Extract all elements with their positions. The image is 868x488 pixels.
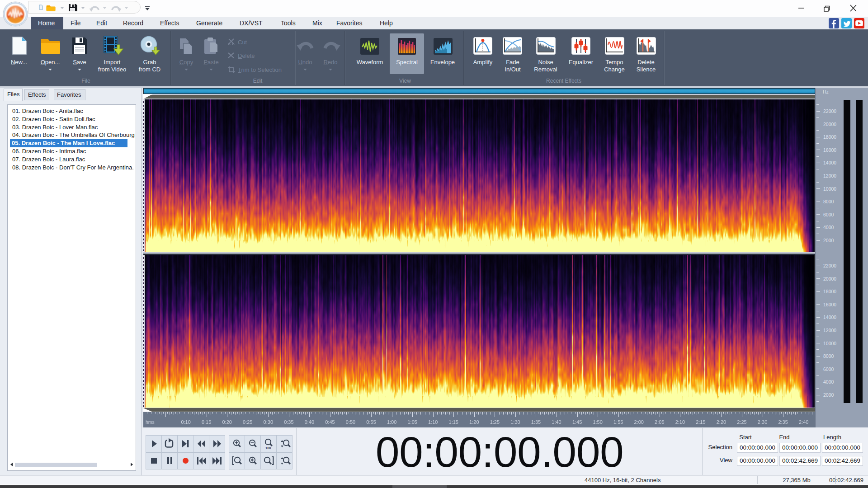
svg-text:100: 100 bbox=[265, 446, 271, 450]
